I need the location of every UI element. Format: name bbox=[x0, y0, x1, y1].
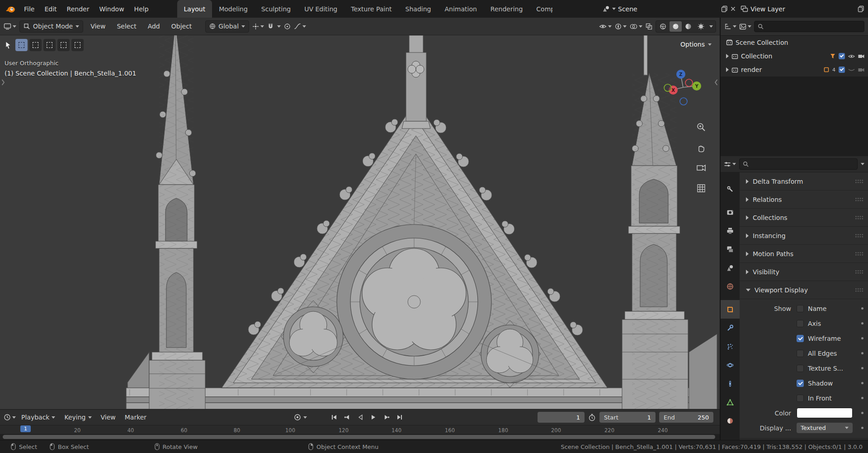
expand-arrow-icon[interactable] bbox=[726, 67, 729, 72]
transform-orientation-selector[interactable]: Global bbox=[205, 20, 249, 33]
outliner-row-render[interactable]: render 4 bbox=[721, 63, 868, 76]
toggle-perspective-grid-icon[interactable] bbox=[694, 181, 708, 195]
tab-world[interactable] bbox=[721, 277, 740, 296]
hide-eye-closed-icon[interactable] bbox=[848, 67, 855, 72]
tab-view-layer[interactable] bbox=[721, 240, 740, 258]
menu-select[interactable]: Select bbox=[113, 21, 140, 32]
tab-compositing[interactable]: Compositing bbox=[529, 0, 552, 18]
checkbox-shadow[interactable] bbox=[797, 380, 804, 387]
panel-motion-paths[interactable]: Motion Paths bbox=[740, 245, 868, 263]
panel-visibility[interactable]: Visibility bbox=[740, 263, 868, 281]
tab-modeling[interactable]: Modeling bbox=[212, 0, 255, 18]
tab-output[interactable] bbox=[721, 221, 740, 240]
editor-type-3d-viewport-icon[interactable] bbox=[4, 23, 16, 30]
checkbox-name[interactable] bbox=[797, 305, 804, 312]
view-layer-name[interactable]: View Layer bbox=[750, 5, 855, 13]
3d-viewport[interactable]: User Orthographic (1) Scene Collection |… bbox=[0, 35, 720, 409]
object-visibility-icon[interactable] bbox=[599, 24, 612, 29]
panel-grip-icon[interactable] bbox=[855, 252, 863, 256]
snap-magnet-icon[interactable] bbox=[267, 23, 274, 30]
menu-file[interactable]: File bbox=[19, 3, 39, 15]
mode-selector[interactable]: Object Mode bbox=[19, 20, 83, 33]
disable-render-camera-icon[interactable] bbox=[858, 54, 864, 59]
tab-particles[interactable] bbox=[721, 337, 740, 356]
select-mode-intersect-button[interactable] bbox=[71, 39, 84, 51]
unlink-scene-icon[interactable] bbox=[730, 6, 736, 12]
tab-tool[interactable] bbox=[721, 180, 740, 198]
panel-viewport-display[interactable]: Viewport Display bbox=[740, 281, 868, 299]
panel-instancing[interactable]: Instancing bbox=[740, 227, 868, 245]
tab-object-data[interactable] bbox=[721, 393, 740, 411]
pivot-point-icon[interactable] bbox=[252, 23, 264, 30]
animate-dot-icon[interactable] bbox=[861, 427, 863, 429]
tab-texture-paint[interactable]: Texture Paint bbox=[344, 0, 398, 18]
collection-checkbox[interactable] bbox=[839, 53, 845, 59]
menu-keying[interactable]: Keying bbox=[61, 412, 95, 423]
select-mode-subtract-button[interactable] bbox=[43, 39, 56, 51]
select-mode-set-button[interactable] bbox=[15, 39, 28, 51]
expand-arrow-icon[interactable] bbox=[726, 54, 729, 58]
tab-render[interactable] bbox=[721, 203, 740, 221]
toolbar-expand-chevron[interactable] bbox=[1, 79, 5, 86]
model-bench-stella[interactable] bbox=[0, 35, 720, 409]
animate-dot-icon[interactable] bbox=[861, 307, 863, 310]
auto-keying-toggle[interactable] bbox=[294, 412, 307, 423]
panel-grip-icon[interactable] bbox=[855, 288, 863, 292]
panel-grip-icon[interactable] bbox=[855, 234, 863, 238]
proportional-falloff-icon[interactable] bbox=[294, 23, 306, 29]
current-frame-field[interactable]: 1 bbox=[538, 412, 585, 423]
timeline-scrollbar-thumb[interactable] bbox=[3, 435, 715, 439]
next-keyframe-button[interactable] bbox=[381, 412, 392, 423]
tab-rendering[interactable]: Rendering bbox=[484, 0, 530, 18]
menu-view[interactable]: View bbox=[86, 21, 109, 32]
camera-view-icon[interactable] bbox=[694, 161, 708, 175]
timeline-scrollbar[interactable] bbox=[0, 434, 720, 440]
proportional-editing-icon[interactable] bbox=[284, 23, 291, 30]
menu-edit[interactable]: Edit bbox=[39, 3, 61, 15]
collection-checkbox[interactable] bbox=[839, 67, 845, 73]
shading-rendered-icon[interactable] bbox=[695, 21, 707, 32]
menu-render[interactable]: Render bbox=[62, 3, 94, 15]
jump-to-end-button[interactable] bbox=[394, 412, 406, 423]
options-dropdown[interactable]: Options bbox=[680, 41, 712, 48]
editor-type-timeline-icon[interactable] bbox=[4, 414, 16, 421]
playhead[interactable]: 1 bbox=[20, 425, 31, 432]
view-layer-icon[interactable] bbox=[741, 5, 748, 12]
tab-sculpting[interactable]: Sculpting bbox=[255, 0, 297, 18]
panel-delta-transform[interactable]: Delta Transform bbox=[740, 172, 868, 191]
tab-scene[interactable] bbox=[721, 258, 740, 277]
tab-object[interactable] bbox=[721, 300, 740, 319]
panel-grip-icon[interactable] bbox=[855, 197, 863, 201]
menu-object[interactable]: Object bbox=[167, 21, 196, 32]
checkbox-all-edges[interactable] bbox=[797, 350, 804, 357]
outliner-display-mode-icon[interactable] bbox=[739, 24, 751, 30]
tab-animation[interactable]: Animation bbox=[438, 0, 483, 18]
editor-type-properties-icon[interactable] bbox=[724, 161, 736, 167]
start-frame-field[interactable]: Start1 bbox=[599, 412, 656, 423]
blender-logo-icon[interactable] bbox=[4, 3, 17, 15]
prev-keyframe-button[interactable] bbox=[341, 412, 353, 423]
panel-grip-icon[interactable] bbox=[855, 270, 863, 274]
shading-wireframe-icon[interactable] bbox=[657, 21, 669, 32]
navigation-axis-gizmo[interactable]: Z Y X bbox=[663, 68, 703, 109]
panel-grip-icon[interactable] bbox=[855, 179, 863, 183]
editor-type-outliner-icon[interactable] bbox=[724, 23, 736, 30]
end-frame-field[interactable]: End250 bbox=[659, 412, 713, 423]
checkbox-wireframe[interactable] bbox=[797, 335, 804, 342]
checkbox-texture-space[interactable] bbox=[797, 365, 804, 372]
outliner-row-scene-collection[interactable]: Scene Collection bbox=[721, 36, 868, 49]
show-overlays-icon[interactable] bbox=[630, 24, 642, 29]
menu-help[interactable]: Help bbox=[129, 3, 154, 15]
shading-material-icon[interactable] bbox=[682, 21, 694, 32]
menu-window[interactable]: Window bbox=[94, 3, 129, 15]
panel-grip-icon[interactable] bbox=[855, 215, 863, 219]
toggle-xray-icon[interactable] bbox=[646, 23, 652, 30]
animate-dot-icon[interactable] bbox=[861, 322, 863, 324]
jump-to-start-button[interactable] bbox=[328, 412, 340, 423]
scene-dropdown-caret[interactable] bbox=[612, 8, 616, 10]
outliner-row-collection[interactable]: Collection bbox=[721, 49, 868, 63]
select-mode-extend-button[interactable] bbox=[29, 39, 42, 51]
checkbox-in-front[interactable] bbox=[797, 395, 804, 402]
timeline-ruler[interactable]: 1 20 40 60 80 100 120 140 160 180 200 22… bbox=[0, 425, 720, 434]
menu-add[interactable]: Add bbox=[144, 21, 164, 32]
